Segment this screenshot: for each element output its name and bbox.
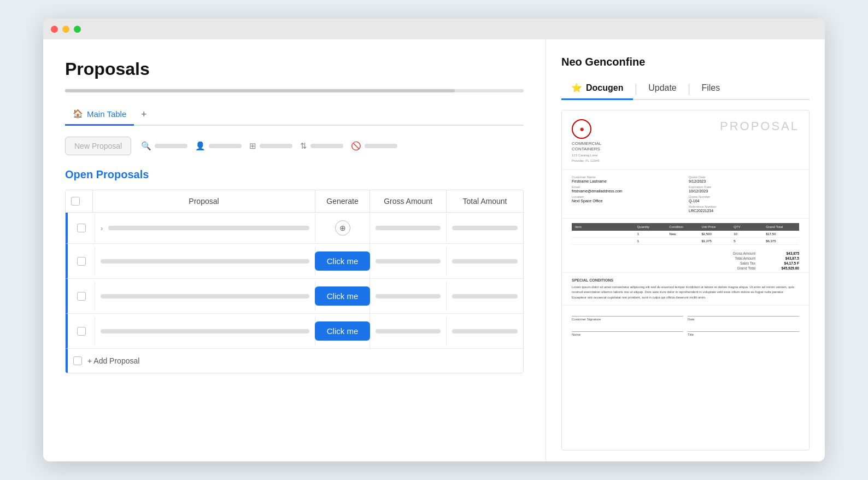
add-proposal-checkbox[interactable] — [73, 356, 82, 365]
doc-proposal-label: PROPOSAL — [720, 119, 799, 133]
doc-table-section: Item Quantity Condition Unit Price QTY G… — [562, 219, 809, 249]
minimize-button[interactable] — [62, 26, 69, 33]
row3-checkbox[interactable] — [77, 327, 86, 336]
open-proposals-title: Open Proposals — [65, 168, 524, 181]
doc-grand-row: Grand Total $45,929.00 — [737, 266, 799, 270]
doc-info-quote-num: Quote Number Q-104 — [689, 195, 799, 203]
header-checkbox[interactable] — [71, 197, 80, 206]
new-proposal-button[interactable]: New Proposal — [65, 137, 131, 155]
left-panel: Proposals 🏠 Main Table + New Proposal 🔍 — [43, 39, 546, 461]
row1-exp-gross-cell — [370, 247, 447, 276]
doc-sig-title: Title — [688, 325, 799, 336]
doc-gross-row: Gross Amount $43,875 — [733, 251, 799, 255]
table-row-2: Click me — [66, 279, 523, 314]
doc-sig-customer: Customer Signature — [572, 310, 683, 321]
tab-docugen[interactable]: ⭐ Docugen — [561, 78, 633, 100]
row1-comment-icon[interactable]: ⊕ — [335, 220, 350, 236]
doc-table-header: Item Quantity Condition Unit Price QTY G… — [572, 223, 799, 231]
doc-terms-title: SPECIAL CONDITIONS — [572, 277, 799, 283]
sort-toolbar-item[interactable]: ⇅ — [300, 141, 343, 151]
row2-gross-cell — [370, 282, 447, 311]
row3-gross — [376, 329, 441, 333]
doc-gross-value: $43,875 — [766, 251, 799, 255]
row2-total — [452, 294, 518, 298]
row1-checkbox[interactable] — [77, 224, 86, 232]
search-toolbar-item[interactable]: 🔍 — [141, 141, 187, 151]
tabs-row: 🏠 Main Table + — [65, 104, 524, 126]
table-body: › ⊕ — [66, 213, 523, 348]
close-button[interactable] — [51, 26, 58, 33]
col-total-amount: Total Amount — [447, 190, 523, 212]
doc-info-email: Email firstname@emailaddress.com — [572, 185, 682, 193]
home-icon: 🏠 — [73, 109, 83, 119]
filter-toolbar-item[interactable]: ⊞ — [249, 141, 292, 151]
doc-total-label: Total Amount — [735, 256, 755, 260]
doc-sig-date: Date — [688, 310, 799, 321]
row1-expand-icon[interactable]: › — [101, 224, 103, 232]
row2-proposal-cell — [95, 282, 315, 311]
row1-gross-amount — [376, 226, 441, 230]
table-row-3: Click me — [66, 314, 523, 348]
doc-sig-name: Name — [572, 325, 683, 336]
doc-table-row-2: 1 $1,275 5 $6,375 — [572, 238, 799, 245]
doc-sig-line-4 — [688, 325, 799, 332]
tab-divider-1: | — [634, 81, 637, 96]
toolbar: New Proposal 🔍 👤 ⊞ ⇅ — [65, 137, 524, 155]
doc-logo-area: ◉ COMMERCIALCONTAINERS123 Catalog LanePr… — [572, 119, 601, 164]
row1-exp-checkbox[interactable] — [77, 257, 86, 266]
person-toolbar-item[interactable]: 👤 — [195, 141, 242, 151]
doc-logo-text: COMMERCIALCONTAINERS123 Catalog LaneProv… — [572, 141, 601, 164]
doc-sig-line-3 — [572, 325, 683, 332]
tab-update[interactable]: Update — [638, 79, 687, 100]
row1-exp-checkbox-cell — [68, 247, 95, 276]
progress-bar — [65, 89, 524, 92]
tab-files[interactable]: Files — [691, 79, 730, 100]
app-window: Proposals 🏠 Main Table + New Proposal 🔍 — [43, 19, 825, 461]
row2-checkbox[interactable] — [77, 292, 86, 301]
doc-col-unit: Unit Price — [701, 225, 731, 229]
row1-total-cell — [447, 214, 523, 242]
progress-bar-fill — [65, 89, 455, 92]
doc-col-cond: Condition — [670, 225, 700, 229]
row1-total-amount — [452, 226, 518, 230]
doc-preview-inner: ◉ COMMERCIALCONTAINERS123 Catalog LanePr… — [562, 110, 809, 450]
add-proposal-row[interactable]: + Add Proposal — [66, 348, 523, 373]
row1-exp-total-cell — [447, 247, 523, 276]
doc-tax-row: Sales Tax $4,17.5 F — [740, 261, 799, 265]
doc-info-expiration: Expiration Date 10/12/2023 — [689, 185, 799, 193]
person-label — [209, 144, 242, 148]
doc-table-row-1: 1 New $2,500 10 $17,50 — [572, 231, 799, 238]
doc-info-grid: Customer Name Firstname Lastname Quote D… — [562, 170, 809, 219]
hide-toolbar-item[interactable]: 🚫 — [351, 141, 397, 151]
row3-gross-cell — [370, 317, 447, 346]
tab-files-label: Files — [701, 83, 720, 93]
tab-divider-2: | — [688, 81, 691, 96]
row1-exp-proposal-cell — [95, 247, 315, 276]
click-me-button-1[interactable]: Click me — [315, 251, 371, 271]
row3-total-cell — [447, 317, 523, 346]
hide-icon: 🚫 — [351, 141, 361, 151]
click-me-button-3[interactable]: Click me — [315, 321, 371, 341]
add-proposal-label[interactable]: + Add Proposal — [87, 356, 139, 365]
tab-main-table[interactable]: 🏠 Main Table — [65, 104, 134, 126]
click-me-button-2[interactable]: Click me — [315, 286, 371, 306]
row3-total — [452, 329, 518, 333]
title-bar — [43, 19, 825, 39]
window-content: Proposals 🏠 Main Table + New Proposal 🔍 — [43, 39, 825, 461]
row1-checkbox-cell — [68, 214, 95, 242]
col-generate: Generate — [315, 190, 370, 212]
doc-terms: SPECIAL CONDITIONS Lorem ipsum dolor sit… — [562, 272, 809, 305]
row1-exp-gross — [376, 259, 441, 264]
tab-docugen-label: Docugen — [586, 83, 623, 93]
hide-label — [365, 144, 397, 148]
maximize-button[interactable] — [74, 26, 81, 33]
row2-total-cell — [447, 282, 523, 311]
row2-generate-cell: Click me — [315, 279, 370, 313]
filter-icon: ⊞ — [249, 141, 256, 151]
doc-total-value: $43,87.5 — [766, 256, 799, 260]
doc-col-q: QTY — [734, 225, 764, 229]
doc-info-customer: Customer Name Firstname Lastname — [572, 175, 682, 183]
col-checkbox — [66, 190, 93, 212]
add-tab-button[interactable]: + — [136, 107, 151, 122]
tab-main-table-label: Main Table — [87, 109, 126, 119]
